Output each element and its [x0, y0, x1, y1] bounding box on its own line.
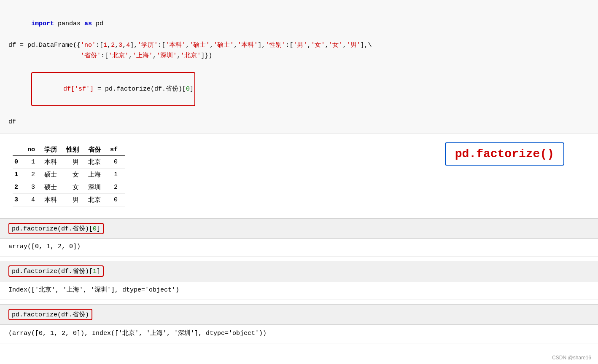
- code-text: ],: [130, 42, 137, 49]
- factorize-label-text: pd.factorize(): [455, 147, 554, 161]
- code-string: '上海': [132, 52, 153, 59]
- page: import pandas as pd df = pd.DataFrame({'…: [0, 0, 598, 364]
- col-header-no: no: [26, 144, 43, 156]
- code-string: '女': [311, 42, 325, 49]
- row-cell: 0: [108, 155, 125, 168]
- code-num: 1: [103, 42, 107, 49]
- row-index: 0: [13, 155, 26, 168]
- expr2-text: pd.factorize(df.省份)[: [12, 268, 93, 275]
- row-cell: 1: [26, 155, 43, 168]
- dataframe-output: no 学历 性别 省份 sf 01本科男北京012硕士女上海123硕士女深圳23…: [0, 134, 598, 211]
- code-string: '北京': [108, 52, 129, 59]
- row-cell: 3: [26, 181, 43, 193]
- code-text: df: [8, 42, 20, 49]
- expr2-result-section: Index(['北京', '上海', '深圳'], dtype='object'…: [0, 281, 598, 300]
- row-cell: 4: [26, 193, 43, 206]
- code-text: ,: [210, 42, 213, 49]
- row-cell: 1: [108, 168, 125, 181]
- table-row: 34本科男北京0: [13, 193, 125, 206]
- code-text: :[: [101, 52, 108, 59]
- code-text: ,: [342, 42, 346, 49]
- row-cell: 2: [26, 168, 43, 181]
- code-text: =: [20, 42, 27, 49]
- keyword-import: import: [31, 20, 54, 27]
- expr1-result: array([0, 1, 2, 0]): [8, 243, 81, 250]
- row-cell: 上海: [86, 168, 108, 181]
- expr1-result-section: array([0, 1, 2, 0]): [0, 239, 598, 257]
- row-cell: 2: [108, 181, 125, 193]
- table-header-row: no 学历 性别 省份 sf: [13, 144, 125, 156]
- expr2-num: 1: [93, 268, 97, 275]
- col-header-xingbie: 性别: [65, 144, 86, 156]
- factorize-label-box: pd.factorize(): [445, 142, 564, 166]
- expr1-num: 0: [93, 225, 97, 233]
- dataframe-table: no 学历 性别 省份 sf 01本科男北京012硕士女上海123硕士女深圳23…: [13, 144, 125, 206]
- code-line-2: df = pd.DataFrame({'no':[1,2,3,4],'学历':[…: [8, 40, 590, 51]
- col-header-sf: sf: [108, 144, 125, 156]
- row-cell: 北京: [86, 193, 108, 206]
- expr2-section: pd.factorize(df.省份)[1]: [0, 261, 598, 281]
- code-line-1: import pandas as pd: [8, 8, 590, 40]
- code-text: ]: [190, 86, 194, 93]
- code-text: ,: [115, 42, 119, 49]
- col-header-shengfen: 省份: [86, 144, 108, 156]
- row-cell: 0: [108, 193, 125, 206]
- code-text: df: [8, 118, 16, 126]
- row-cell: 男: [65, 155, 86, 168]
- code-text: = pd.factorize(df.省份)[: [94, 86, 186, 93]
- code-text: :[: [158, 42, 165, 49]
- code-string: '本科': [165, 42, 186, 49]
- code-line-4: df['sf'] = pd.factorize(df.省份)[0]: [8, 62, 590, 117]
- watermark: CSDN @share16: [552, 355, 591, 361]
- keyword-as: as: [84, 20, 92, 27]
- code-num: 0: [186, 86, 190, 93]
- col-header-index: [13, 144, 26, 156]
- code-string: '硕士': [189, 42, 210, 49]
- expr1-code: pd.factorize(df.省份)[0]: [8, 223, 104, 234]
- code-line-5: df: [8, 117, 590, 128]
- code-text: :[: [96, 42, 103, 49]
- code-text: :[: [286, 42, 293, 49]
- expr3-code: pd.factorize(df.省份): [8, 309, 92, 320]
- table-row: 12硕士女上海1: [13, 168, 125, 181]
- row-cell: 本科: [43, 193, 65, 206]
- code-string: '硕士': [213, 42, 234, 49]
- code-text: pd.DataFrame({: [27, 42, 81, 49]
- expr3-result-section: (array([0, 1, 2, 0]), Index(['北京', '上海',…: [0, 325, 598, 343]
- code-text: ,: [122, 42, 126, 49]
- expr2-code: pd.factorize(df.省份)[1]: [8, 265, 104, 277]
- code-string: '学历': [137, 42, 158, 49]
- code-string: '北京': [180, 52, 201, 59]
- code-text: ]}): [201, 52, 212, 59]
- table-row: 23硕士女深圳2: [13, 181, 125, 193]
- code-text: pd: [92, 20, 103, 27]
- row-cell: 女: [65, 168, 86, 181]
- row-cell: 硕士: [43, 168, 65, 181]
- code-string: '性别': [265, 42, 286, 49]
- expr1-text: pd.factorize(df.省份)[: [12, 225, 93, 233]
- expr3-text: pd.factorize(df.省份): [12, 311, 89, 318]
- expr3-result: (array([0, 1, 2, 0]), Index(['北京', '上海',…: [8, 330, 267, 337]
- row-cell: 北京: [86, 155, 108, 168]
- row-index: 2: [13, 181, 26, 193]
- row-cell: 深圳: [86, 181, 108, 193]
- code-text: ,: [186, 42, 189, 49]
- code-string: '深圳': [156, 52, 177, 59]
- expr1-section: pd.factorize(df.省份)[0]: [0, 218, 598, 239]
- code-line-3: '省份':['北京','上海','深圳','北京']}): [8, 51, 590, 62]
- row-cell: 男: [65, 193, 86, 206]
- code-text: ,: [153, 52, 156, 59]
- code-string: '男': [347, 42, 361, 49]
- code-string: df['sf']: [63, 86, 94, 93]
- expr1-close: ]: [97, 225, 100, 233]
- code-text: ],: [258, 42, 265, 49]
- row-index: 1: [13, 168, 26, 181]
- expr2-result: Index(['北京', '上海', '深圳'], dtype='object'…: [8, 286, 179, 294]
- code-string: '女': [329, 42, 342, 49]
- code-text: ,: [177, 52, 180, 59]
- code-num: 3: [119, 42, 122, 49]
- table-row: 01本科男北京0: [13, 155, 125, 168]
- row-cell: 本科: [43, 155, 65, 168]
- code-num: 2: [111, 42, 115, 49]
- code-string: 'no': [81, 42, 96, 49]
